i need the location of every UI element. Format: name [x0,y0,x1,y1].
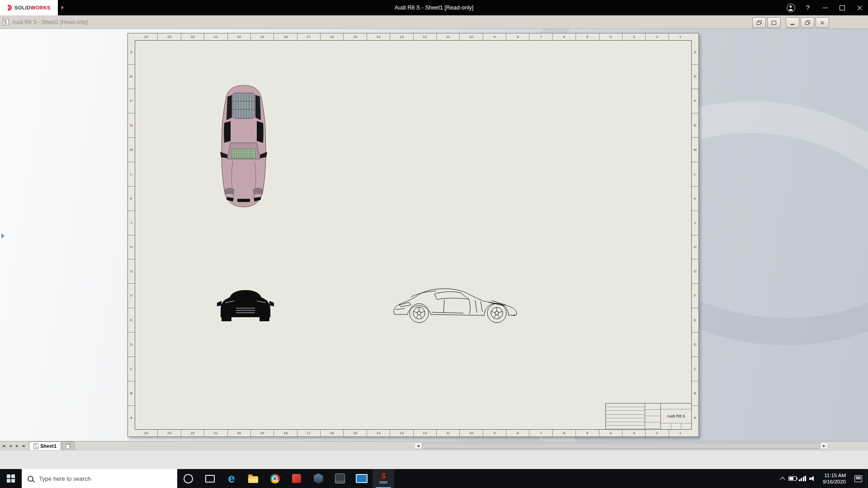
zone-label: G [692,259,698,283]
zone-label: 5 [576,33,599,40]
zone-label: 8 [506,430,529,436]
scrollbar-thumb[interactable] [422,443,821,449]
drawing-view-front[interactable] [216,285,275,324]
sheet-nav-prev-button[interactable]: ◀ [7,442,14,450]
scroll-left-arrow[interactable]: ◀ [415,443,422,449]
sheet-zone-band-right: SRPNMLKJHGFEDCBA [692,40,698,430]
drawing-view-side[interactable] [391,287,519,324]
zone-label: A [128,405,135,430]
taskbar-solidworks-icon[interactable]: S2020 [373,469,394,488]
zone-label: 10 [459,33,482,40]
solidworks-logo-icon [5,4,13,11]
battery-status[interactable] [788,469,797,488]
sheet-tab-sheet1[interactable]: Sheet1 [29,441,61,450]
horizontal-scrollbar[interactable]: ◀ ▶ [414,442,828,449]
zone-label: 23 [157,430,180,436]
taskbar-search[interactable] [22,469,177,488]
doc-tile-button[interactable] [767,17,781,28]
zone-label: B [692,381,698,405]
user-account-button[interactable] [782,0,799,15]
doc-restore-icon [805,20,810,25]
maximize-button[interactable] [834,0,851,15]
doc-restore-button[interactable] [801,17,814,28]
title-block-approval-table [645,404,661,429]
zone-label: 19 [250,430,274,436]
doc-cascade-button[interactable] [752,17,766,28]
zone-label: 2 [645,33,668,40]
zone-label: K [128,186,135,211]
user-avatar-icon [787,4,795,12]
zone-label: 1 [669,430,692,436]
zone-label: E [128,308,135,332]
tile-icon [772,21,776,25]
zone-label: 24 [135,430,157,436]
zone-label: 16 [320,430,343,436]
app-red-icon [292,474,301,483]
zone-label: S [128,40,135,64]
zone-label: 18 [274,430,297,436]
search-input[interactable] [38,475,153,483]
document-window-buttons [752,17,829,28]
minimize-button[interactable] [816,0,834,15]
zone-label: C [128,357,135,381]
zone-label: 21 [204,430,227,436]
tray-overflow-button[interactable] [778,469,788,488]
zone-label: 3 [622,33,645,40]
zone-label: 20 [227,33,250,40]
chrome-icon [270,474,280,483]
zone-label: 20 [227,430,250,436]
taskbar-edrawings-icon[interactable] [307,469,329,488]
zone-label: R [692,64,698,89]
zone-label: 22 [181,430,204,436]
zone-label: N [128,113,135,137]
taskbar-chrome-icon[interactable] [264,469,286,488]
zone-label: 18 [274,33,297,40]
menu-flyout-arrow-icon[interactable] [61,6,64,9]
help-button[interactable]: ? [799,0,816,15]
show-desktop-button[interactable] [866,469,868,488]
taskbar-clock[interactable]: 11:15 AM 9/16/2020 [817,472,850,485]
featuremanager-flyout-arrow-icon[interactable] [1,233,5,239]
zone-label: K [692,186,698,211]
file-explorer-icon [248,476,258,483]
drawing-sheet[interactable]: 242322212019181716151413121110987654321 … [127,33,699,437]
app-blue-icon [356,474,368,483]
action-center-button[interactable] [850,469,866,488]
start-button[interactable] [0,469,22,488]
volume-status[interactable] [807,469,817,488]
taskbar-app-red-icon[interactable] [286,469,307,488]
solidworks-menu-button[interactable]: SOLIDWORKS [0,0,58,15]
doc-close-button[interactable] [816,17,829,28]
zone-label: M [692,137,698,162]
action-center-icon [854,475,862,482]
taskbar-file-explorer-icon[interactable] [242,469,264,488]
zone-label: 13 [390,430,413,436]
drawing-view-top[interactable] [216,83,272,209]
title-block-header-cell [661,404,691,409]
zone-label: 23 [157,33,180,40]
add-sheet-button[interactable] [62,441,75,450]
network-status[interactable] [797,469,807,488]
taskbar-task-view-icon[interactable] [199,469,221,488]
zone-label: H [128,235,135,259]
zone-label: P [692,89,698,113]
sheet-nav-next-button[interactable]: ▶ [14,442,20,450]
sheet-nav-first-button[interactable]: |◀ [0,442,7,450]
zone-label: 7 [529,430,552,436]
sheet-nav-last-button[interactable]: ▶| [20,442,27,450]
window-title: Audi R8 S - Sheet1 [Read-only] [395,5,473,11]
edrawings-icon [314,474,323,484]
close-button[interactable] [851,0,868,15]
zone-label: G [128,259,135,283]
zone-label: 16 [320,33,343,40]
doc-minimize-button[interactable] [786,17,799,28]
zone-label: 11 [436,33,459,40]
zone-label: S [692,40,698,64]
taskbar-app-blue-icon[interactable] [351,469,373,488]
taskbar-cortana-icon[interactable] [177,469,199,488]
doc-close-icon [820,20,825,25]
taskbar-edge-icon[interactable]: e [221,469,242,488]
scroll-right-arrow[interactable]: ▶ [821,443,828,449]
taskbar-app-dark-icon[interactable] [329,469,351,488]
status-bar [0,450,868,469]
